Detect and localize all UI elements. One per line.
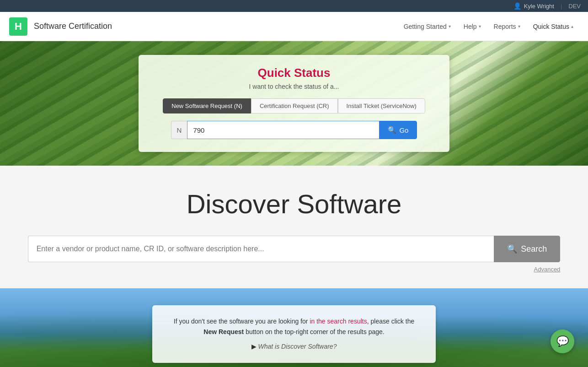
discover-search-button[interactable]: 🔍 Search [494, 236, 560, 262]
discover-software-title: Discover Software [187, 189, 402, 219]
hero-section: Quick Status I want to check the status … [0, 41, 588, 166]
qs-input-row: N 🔍 Go [157, 121, 431, 139]
nav-getting-started[interactable]: Getting Started ▾ [398, 19, 456, 34]
arrow-right-icon: ▶ [251, 343, 257, 350]
advanced-search-link[interactable]: Advanced [28, 266, 561, 273]
logo-box: H [9, 17, 27, 36]
user-name[interactable]: Kyle Wright [524, 3, 554, 10]
separator: | [561, 3, 562, 10]
qs-tab-group: New Software Request (N) Certification R… [157, 98, 431, 113]
chevron-down-icon: ▾ [479, 24, 481, 29]
quick-status-title: Quick Status [157, 66, 431, 80]
navbar: H Software Certification Getting Started… [0, 12, 588, 41]
nav-quick-status[interactable]: Quick Status ▴ [528, 19, 579, 34]
qs-number-input[interactable] [187, 121, 379, 139]
chat-button[interactable]: 💬 [551, 329, 574, 353]
chat-icon: 💬 [556, 335, 569, 347]
main-content: Discover Software 🔍 Search Advanced [0, 166, 588, 288]
nav-reports[interactable]: Reports ▾ [488, 19, 526, 34]
info-card-text: If you don't see the software you are lo… [171, 316, 417, 337]
quick-status-card: Quick Status I want to check the status … [139, 55, 449, 152]
qs-go-button[interactable]: 🔍 Go [379, 121, 417, 139]
discover-search-row: 🔍 Search [28, 236, 561, 262]
discover-search-input[interactable] [28, 236, 494, 262]
user-info: 👤 Kyle Wright | DEV [513, 2, 581, 10]
user-icon: 👤 [513, 2, 521, 10]
chevron-down-icon: ▾ [518, 24, 520, 29]
nav-help[interactable]: Help ▾ [458, 19, 486, 34]
tab-install-ticket[interactable]: Install Ticket (ServiceNow) [338, 98, 425, 113]
quick-status-subtitle: I want to check the status of a... [157, 83, 431, 90]
env-badge: DEV [568, 3, 581, 10]
tab-certification-request[interactable]: Certification Request (CR) [251, 98, 338, 113]
bottom-section: If you don't see the software you are lo… [0, 288, 588, 367]
info-card: If you don't see the software you are lo… [152, 305, 436, 362]
search-icon: 🔍 [507, 244, 517, 254]
search-icon: 🔍 [388, 126, 396, 134]
learn-more-link[interactable]: ▶ What is Discover Software? [171, 341, 417, 351]
chevron-down-icon: ▾ [449, 24, 451, 29]
chevron-up-icon: ▴ [571, 24, 573, 29]
nav-links: Getting Started ▾ Help ▾ Reports ▾ Quick… [398, 19, 579, 34]
top-user-bar: 👤 Kyle Wright | DEV [0, 0, 588, 12]
tab-new-software-request[interactable]: New Software Request (N) [163, 98, 251, 113]
app-title: Software Certification [34, 22, 112, 31]
qs-input-prefix: N [171, 121, 187, 139]
